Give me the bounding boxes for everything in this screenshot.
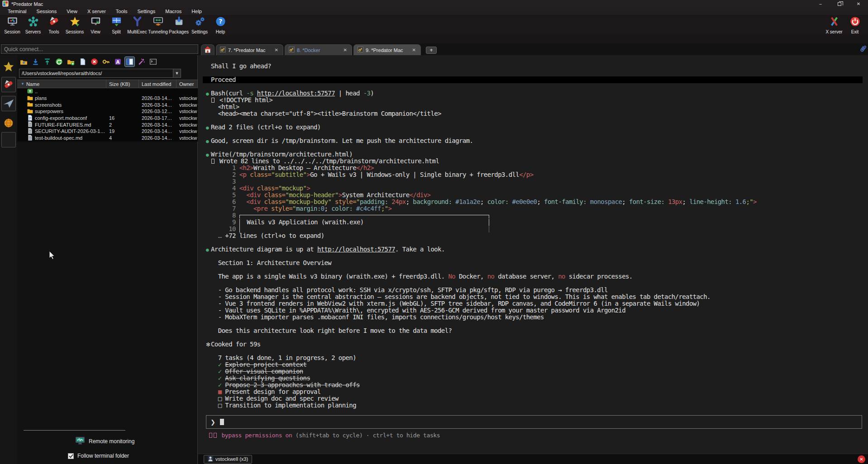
terminal-text: ) — [370, 90, 374, 97]
table-row[interactable]: test-buildout-spec.md42026-03-14…vstockw — [17, 135, 198, 142]
toolbar-button-exit[interactable]: Exit — [844, 15, 865, 35]
terminal-prompt-box[interactable]: ❯ — [206, 415, 862, 429]
toolbar-button-settings[interactable]: Settings — [189, 15, 210, 35]
terminal-text: Offer visual companion — [225, 368, 303, 375]
toolbar-button-label: Packages — [169, 29, 189, 34]
tab-home[interactable] — [201, 44, 215, 55]
column-header-size-kb-[interactable]: Size (KB) — [106, 80, 139, 88]
ascii-box-row: Wails v3 Application (wraith.exe) — [239, 219, 489, 226]
title-bar[interactable]: *Predator Mac – ✕ — [0, 0, 868, 8]
terminal-text: line-height: — [686, 198, 732, 205]
new-file-icon[interactable] — [78, 57, 87, 66]
terminal-line: ●Architecture diagram is up at http://lo… — [203, 246, 868, 253]
menu-item-settings[interactable]: Settings — [134, 8, 160, 14]
file-md-icon — [27, 121, 33, 128]
tab-7-predator-mac[interactable]: 7. *Predator Mac✕ — [216, 44, 283, 55]
quick-connect-input[interactable] — [1, 44, 198, 54]
toolbar-button-x-server[interactable]: X server — [824, 15, 844, 35]
toolbar-button-view[interactable]: View — [85, 15, 106, 35]
empty-slot[interactable] — [1, 132, 16, 147]
magic-wand-icon[interactable] — [137, 57, 146, 66]
toolbar-button-tools[interactable]: Tools — [43, 15, 64, 35]
terminal-text: > — [753, 198, 757, 205]
toolbar-button-tunneling[interactable]: Tunneling — [148, 15, 168, 35]
terminal-text: Wraith Desktop – Architecture — [253, 164, 356, 171]
terminal-text: - Vault uses SQLite in %APPDATA%\Wraith\… — [211, 307, 625, 314]
favorites-star-icon[interactable] — [1, 59, 16, 74]
table-row[interactable]: .. — [17, 88, 198, 95]
tab-close-icon[interactable]: ✕ — [343, 47, 348, 52]
delete-icon[interactable] — [90, 57, 99, 66]
menu-item-view[interactable]: View — [62, 8, 81, 14]
file-table: ▼NameSize (KB)Last modifiedOwner ..plans… — [17, 80, 198, 142]
session-key-icon — [289, 47, 295, 53]
parent-folder-icon[interactable] — [19, 57, 29, 66]
table-row[interactable]: FUTURE-FEATURES.md22026-03-14…vstockw — [17, 121, 198, 128]
file-owner-cell: vstockw — [176, 135, 198, 141]
missing-glyph-box — [209, 433, 212, 438]
terminal-line: Shall I go ahead? — [203, 63, 868, 70]
key-icon[interactable] — [101, 57, 111, 66]
remote-monitoring-control[interactable]: Remote monitoring — [75, 436, 134, 446]
rename-icon[interactable]: A — [113, 57, 123, 66]
terminal-text: ctrl+t to hide tasks — [373, 432, 440, 439]
toolbar-button-packages[interactable]: Packages — [168, 15, 189, 35]
file-modified-cell: 2026-03-14… — [139, 102, 176, 108]
terminal-text: ; — [480, 198, 484, 205]
terminal-icon[interactable] — [148, 57, 158, 66]
terminal-text: 7 tasks (4 done, 1 in progress, 2 open) — [211, 354, 356, 361]
file-name-cell: screenshots — [17, 101, 106, 108]
terminal-text: background: — [410, 198, 452, 205]
menu-item-sessions[interactable]: Sessions — [33, 8, 61, 14]
toolbar-button-multiexec[interactable]: MultiExec — [127, 15, 148, 35]
menu-item-tools[interactable]: Tools — [112, 8, 132, 14]
footer-close-button[interactable]: ✕ — [858, 455, 865, 463]
menu-item-macros[interactable]: Macros — [161, 8, 186, 14]
user-session-tab[interactable]: vstockwell (x3) — [204, 455, 252, 464]
globe-icon[interactable] — [1, 115, 16, 131]
terminal-text: color: — [331, 205, 353, 212]
column-header-last-modified[interactable]: Last modified — [139, 80, 176, 88]
restore-button[interactable] — [830, 0, 849, 8]
missing-glyph-box — [211, 98, 215, 103]
refresh-icon[interactable] — [54, 57, 64, 66]
new-folder-icon[interactable] — [66, 57, 76, 66]
column-header-owner[interactable]: Owner — [176, 80, 198, 88]
follow-terminal-folder-checkbox[interactable]: Follow terminal folder — [68, 453, 129, 459]
tools-knife-icon[interactable] — [1, 77, 16, 92]
table-row[interactable]: screenshots2026-03-14…vstockw — [17, 101, 198, 108]
table-row[interactable]: config-export.mobaconf162026-03-17…vstoc… — [17, 115, 198, 122]
minimize-button[interactable]: – — [811, 0, 830, 8]
terminal-pane[interactable]: Shall I go ahead? Proceed ●Bash(curl -s … — [198, 55, 868, 454]
download-icon[interactable] — [31, 57, 40, 66]
path-input[interactable] — [19, 69, 181, 78]
terminal-line: - MobaXTerm importer parses .mobaconf IN… — [203, 314, 868, 321]
path-dropdown-button[interactable]: ▼ — [173, 69, 181, 78]
column-header-name[interactable]: ▼Name — [17, 80, 106, 88]
terminal-line: 4 <div class="mockup"> — [203, 185, 868, 192]
toolbar-button-session[interactable]: Session — [2, 15, 23, 35]
upload-icon[interactable] — [43, 57, 52, 66]
toolbar-button-help[interactable]: ?Help — [210, 15, 231, 35]
table-row[interactable]: SECURITY-AUDIT-2026-03-1…192026-03-14…vs… — [17, 128, 198, 135]
terminal-line: 6 <div class="mockup-body" style="paddin… — [203, 199, 868, 205]
new-tab-button[interactable]: + — [426, 47, 437, 54]
close-button[interactable]: ✕ — [849, 0, 868, 8]
table-row[interactable]: superpowers2026-03-12…vstockw — [17, 108, 198, 115]
terminal-text: class= — [261, 191, 286, 199]
tab-9-predator-mac[interactable]: 9. *Predator Mac✕ — [353, 44, 421, 55]
paperclip-icon[interactable] — [859, 44, 867, 55]
tab-close-icon[interactable]: ✕ — [411, 47, 417, 52]
toolbar-button-split[interactable]: Split — [106, 15, 127, 35]
tab-8-docker[interactable]: 8. *Docker✕ — [285, 44, 352, 55]
tab-close-icon[interactable]: ✕ — [274, 47, 279, 52]
toolbar-button-sessions[interactable]: Sessions — [64, 15, 85, 35]
menu-item-help[interactable]: Help — [187, 8, 206, 14]
paper-plane-icon[interactable] — [1, 96, 16, 111]
menu-item-x-server[interactable]: X server — [83, 8, 110, 14]
menu-item-terminal[interactable]: Terminal — [4, 8, 31, 14]
toolbar-button-servers[interactable]: Servers — [23, 15, 43, 35]
table-row[interactable]: plans2026-03-14…vstockw — [17, 95, 198, 102]
split-view-icon[interactable] — [125, 57, 134, 66]
file-table-header[interactable]: ▼NameSize (KB)Last modifiedOwner — [17, 80, 198, 88]
